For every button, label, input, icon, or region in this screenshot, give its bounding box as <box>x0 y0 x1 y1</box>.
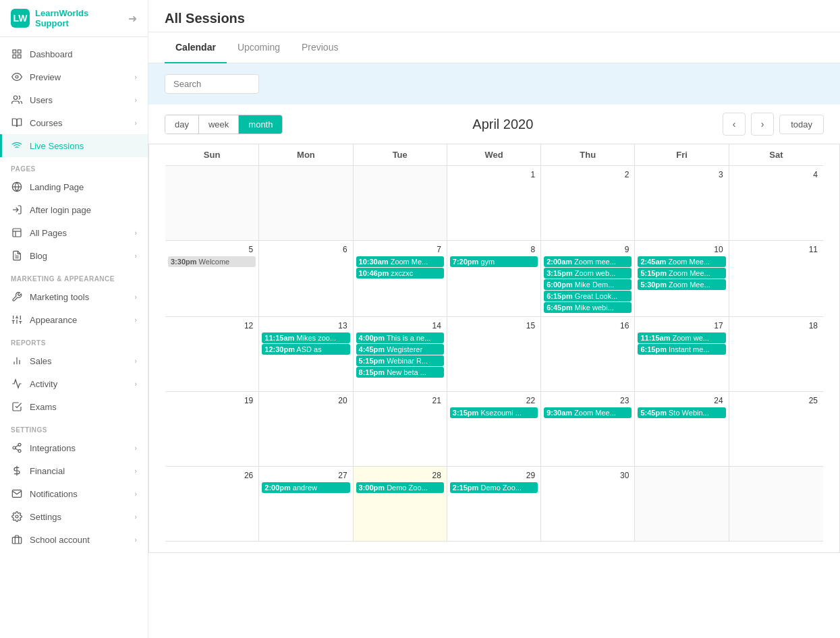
prev-month-button[interactable]: ‹ <box>723 113 746 136</box>
sidebar-item-after-login[interactable]: After login page <box>0 198 148 221</box>
calendar-cell[interactable]: 1711:15am Zoom we...6:15pm Instant me... <box>635 317 729 391</box>
calendar-event[interactable]: 9:30am Zoom Mee... <box>544 407 632 418</box>
calendar-event[interactable]: 7:20pm gym <box>450 256 538 267</box>
calendar-event[interactable]: 11:15am Mikes zoo... <box>262 332 349 343</box>
calendar-event[interactable]: 5:15pm Zoom Mee... <box>638 268 725 279</box>
calendar-cell[interactable]: 144:00pm This is a ne...4:45pm Wegistere… <box>354 317 447 391</box>
calendar-event[interactable]: 8:15pm New beta ... <box>356 367 444 378</box>
calendar-cell[interactable]: 21 <box>354 392 447 466</box>
calendar-event[interactable]: 10:30am Zoom Me... <box>356 256 444 267</box>
calendar-event[interactable]: 12:30pm ASD as <box>262 344 349 355</box>
sidebar-item-all-pages[interactable]: All Pages › <box>0 221 148 244</box>
calendar-cell[interactable]: 283:00pm Demo Zoo... <box>354 467 447 541</box>
calendar-event[interactable]: 6:15pm Instant me... <box>638 344 725 355</box>
calendar-event[interactable]: 2:00am Zoom mee... <box>544 256 632 267</box>
calendar-event[interactable]: 11:15am Zoom we... <box>638 332 725 343</box>
calendar-event[interactable]: 6:00pm Mike Dem... <box>544 279 632 290</box>
sidebar-item-dashboard[interactable]: Dashboard <box>0 42 148 65</box>
calendar-event[interactable]: 3:15pm Zoom web... <box>544 268 632 279</box>
calendar-event[interactable]: 5:45pm Sto Webin... <box>638 407 725 418</box>
sidebar-item-notifications[interactable]: Notifications › <box>0 482 148 505</box>
sidebar-item-settings[interactable]: Settings › <box>0 505 148 528</box>
calendar-cell[interactable] <box>635 467 729 541</box>
calendar-cell[interactable]: 245:45pm Sto Webin... <box>635 392 729 466</box>
calendar-cell[interactable]: 20 <box>259 392 353 466</box>
calendar-cell[interactable]: 30 <box>541 467 635 541</box>
chevron-right-icon: › <box>134 467 137 475</box>
sidebar-item-financial[interactable]: Financial › <box>0 459 148 482</box>
calendar-cell[interactable]: 11 <box>729 241 823 316</box>
calendar-event[interactable]: 3:15pm Ksezoumi ... <box>450 407 538 418</box>
calendar-cell[interactable]: 1311:15am Mikes zoo...12:30pm ASD as <box>259 317 353 391</box>
view-week-button[interactable]: week <box>199 115 239 134</box>
calendar-cell[interactable]: 92:00am Zoom mee...3:15pm Zoom web...6:0… <box>541 241 635 316</box>
calendar-cell[interactable]: 2 <box>541 166 635 240</box>
view-day-button[interactable]: day <box>165 115 199 134</box>
sidebar-item-landing-page[interactable]: Landing Page <box>0 175 148 198</box>
calendar-cell[interactable]: 292:15pm Demo Zoo... <box>447 467 541 541</box>
calendar-cell[interactable]: 87:20pm gym <box>447 241 541 316</box>
sidebar-item-marketing-tools[interactable]: Marketing tools › <box>0 285 148 308</box>
calendar-cell[interactable]: 102:45am Zoom Mee...5:15pm Zoom Mee...5:… <box>635 241 729 316</box>
calendar-event[interactable]: 2:45am Zoom Mee... <box>638 256 725 267</box>
calendar-header-row: SunMonTueWedThuFriSat <box>165 144 823 166</box>
calendar-cell[interactable]: 6 <box>259 241 353 316</box>
calendar-cell[interactable] <box>354 166 447 240</box>
calendar-cell[interactable]: 19 <box>165 392 259 466</box>
calendar-cell[interactable]: 223:15pm Ksezoumi ... <box>447 392 541 466</box>
sidebar-item-users[interactable]: Users › <box>0 88 148 111</box>
tab-calendar[interactable]: Calendar <box>165 32 227 63</box>
calendar-event[interactable]: 6:15pm Great Look... <box>544 291 632 301</box>
sidebar-item-activity[interactable]: Activity › <box>0 372 148 395</box>
calendar-cell[interactable]: 710:30am Zoom Me...10:46pm zxczxc <box>354 241 447 316</box>
sidebar-item-sales[interactable]: Sales › <box>0 349 148 372</box>
calendar-cell[interactable] <box>165 166 259 240</box>
sidebar-item-appearance[interactable]: Appearance › <box>0 308 148 331</box>
calendar-cell[interactable]: 3 <box>635 166 729 240</box>
calendar-event[interactable]: 10:46pm zxczxc <box>356 268 444 279</box>
logout-icon[interactable]: ➜ <box>128 12 137 25</box>
day-number: 1 <box>450 169 538 181</box>
calendar-event[interactable]: 4:45pm Wegisterer <box>356 344 444 355</box>
svg-rect-0 <box>13 50 16 53</box>
calendar-event[interactable]: 4:00pm This is a ne... <box>356 332 444 343</box>
calendar-event[interactable]: 2:15pm Demo Zoo... <box>450 482 538 493</box>
calendar-cell[interactable]: 1 <box>447 166 541 240</box>
calendar-cell[interactable] <box>259 166 353 240</box>
svg-line-30 <box>16 448 19 451</box>
sidebar-item-school-account[interactable]: School account › <box>0 528 148 551</box>
calendar-cell[interactable]: 26 <box>165 467 259 541</box>
calendar-cell[interactable]: 272:00pm andrew <box>259 467 353 541</box>
calendar-event[interactable]: 6:45pm Mike webi... <box>544 302 632 313</box>
calendar-cell[interactable]: 12 <box>165 317 259 391</box>
sidebar-item-preview[interactable]: Preview › <box>0 65 148 88</box>
calendar-cell[interactable]: 15 <box>447 317 541 391</box>
sidebar-item-blog[interactable]: Blog › <box>0 244 148 267</box>
next-month-button[interactable]: › <box>751 113 774 136</box>
search-input[interactable] <box>165 74 259 94</box>
mail-icon <box>11 488 23 500</box>
view-month-button[interactable]: month <box>239 115 282 134</box>
sidebar-item-live-sessions[interactable]: Live Sessions <box>0 134 148 157</box>
tab-previous[interactable]: Previous <box>291 32 349 63</box>
calendar-cell[interactable] <box>729 467 823 541</box>
pages-section-label: PAGES <box>0 157 148 175</box>
calendar-event[interactable]: 3:00pm Demo Zoo... <box>356 482 444 493</box>
sidebar-item-courses[interactable]: Courses › <box>0 111 148 134</box>
calendar-cell[interactable]: 25 <box>729 392 823 466</box>
calendar-cell[interactable]: 53:30pm Welcome <box>165 241 259 316</box>
calendar-event[interactable]: 5:15pm Webinar R... <box>356 355 444 366</box>
calendar-cell[interactable]: 16 <box>541 317 635 391</box>
calendar-cell[interactable]: 4 <box>729 166 823 240</box>
tab-upcoming[interactable]: Upcoming <box>227 32 291 63</box>
today-button[interactable]: today <box>779 115 824 134</box>
calendar-event[interactable]: 5:30pm Zoom Mee... <box>638 279 725 290</box>
calendar-cell[interactable]: 239:30am Zoom Mee... <box>541 392 635 466</box>
calendar-event[interactable]: 3:30pm Welcome <box>168 256 256 267</box>
day-number: 3 <box>638 169 725 181</box>
calendar-cell[interactable]: 18 <box>729 317 823 391</box>
chevron-right-icon: › <box>134 316 137 324</box>
sidebar-item-exams[interactable]: Exams <box>0 395 148 418</box>
sidebar-item-integrations[interactable]: Integrations › <box>0 436 148 459</box>
calendar-event[interactable]: 2:00pm andrew <box>262 482 349 493</box>
